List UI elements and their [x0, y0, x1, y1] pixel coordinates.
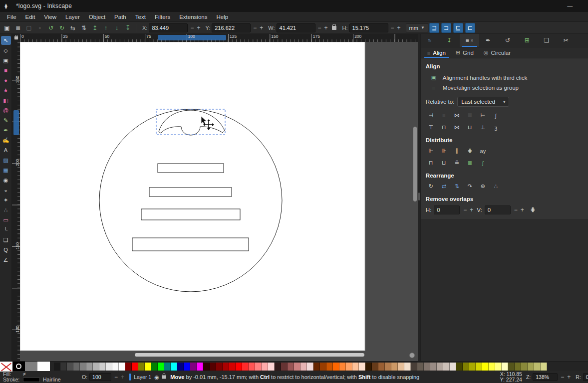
- fill-stroke-indicator[interactable]: Fill:≠ Stroke:Hairline: [3, 372, 78, 383]
- horizontal-scrollbar[interactable]: [135, 353, 364, 357]
- color-chip[interactable]: [145, 363, 151, 371]
- color-chip[interactable]: [151, 363, 158, 371]
- ruler-lock[interactable]: [12, 34, 20, 42]
- color-chip[interactable]: [365, 363, 372, 371]
- tool-button[interactable]: ✶: [1, 195, 11, 204]
- color-chip[interactable]: [359, 363, 365, 371]
- toolbar-button[interactable]: ▣: [2, 23, 12, 33]
- color-chip[interactable]: [132, 363, 138, 371]
- align-button[interactable]: ⋈: [452, 111, 462, 120]
- h-gap-increment[interactable]: +: [470, 206, 473, 213]
- color-chip[interactable]: [385, 363, 391, 371]
- v-gap-input[interactable]: 0: [485, 205, 511, 214]
- close-tab-icon[interactable]: ×: [470, 38, 473, 43]
- dock-tab[interactable]: ❏: [538, 34, 557, 47]
- color-chip[interactable]: [528, 363, 534, 371]
- rearrange-button[interactable]: ⊛: [478, 182, 488, 191]
- dock-resize-handle[interactable]: [418, 34, 420, 361]
- color-chip[interactable]: [190, 363, 197, 371]
- zoom-increment[interactable]: +: [567, 374, 571, 381]
- color-chip[interactable]: [54, 363, 60, 371]
- align-button[interactable]: ⊥: [478, 123, 488, 132]
- dock-tab[interactable]: ≡×: [460, 34, 479, 47]
- menu-item[interactable]: Layer: [61, 13, 84, 21]
- color-chip[interactable]: [223, 363, 229, 371]
- dock-tab[interactable]: ⊞: [518, 34, 538, 47]
- color-chip[interactable]: [391, 363, 398, 371]
- maximize-button[interactable]: [581, 0, 588, 12]
- color-chip[interactable]: [242, 363, 249, 371]
- color-chip[interactable]: [300, 363, 307, 371]
- align-button[interactable]: ⋈: [452, 123, 462, 132]
- color-chip[interactable]: [508, 363, 515, 371]
- rearrange-button[interactable]: ↷: [465, 182, 475, 191]
- tool-button[interactable]: ▦: [1, 166, 11, 175]
- color-chip[interactable]: [171, 363, 177, 371]
- v-gap-decrement[interactable]: −: [514, 206, 518, 213]
- color-chip[interactable]: [93, 363, 99, 371]
- tool-button[interactable]: ✎: [1, 116, 11, 125]
- rearrange-button[interactable]: ⇄: [439, 182, 449, 191]
- color-chip[interactable]: [73, 363, 80, 371]
- color-chip[interactable]: [378, 363, 385, 371]
- align-button[interactable]: ⊢: [478, 111, 488, 120]
- menu-item[interactable]: Help: [212, 13, 232, 21]
- color-chip[interactable]: [86, 363, 93, 371]
- no-color-swatch[interactable]: [0, 362, 12, 372]
- tool-button[interactable]: ◉: [1, 176, 11, 185]
- distribute-button[interactable]: ⊓: [426, 158, 436, 168]
- dock-tab[interactable]: ↧: [440, 34, 460, 47]
- color-chip[interactable]: [489, 363, 495, 371]
- distribute-button[interactable]: ≞: [452, 158, 462, 168]
- y-input[interactable]: 216.622: [212, 23, 251, 32]
- h-input[interactable]: 15.175: [349, 23, 388, 32]
- rearrange-button[interactable]: ⇅: [452, 182, 462, 191]
- color-chip[interactable]: [60, 363, 67, 371]
- h-decrement[interactable]: −: [391, 24, 394, 31]
- toolbar-button[interactable]: ↻: [57, 23, 67, 33]
- gray-swatch[interactable]: [25, 362, 37, 372]
- toolbar-button[interactable]: ↑: [101, 23, 111, 33]
- zoom-decrement[interactable]: −: [561, 374, 564, 381]
- distribute-button[interactable]: ay: [478, 146, 488, 156]
- align-button[interactable]: ʃ: [491, 111, 501, 120]
- color-chip[interactable]: [262, 363, 268, 371]
- tool-button[interactable]: ■: [1, 66, 11, 75]
- quick-snap-button[interactable]: ⊑: [453, 23, 463, 33]
- color-chip[interactable]: [184, 363, 190, 371]
- color-chip[interactable]: [119, 363, 125, 371]
- distribute-button[interactable]: ⋕: [465, 146, 475, 156]
- quick-snap-button[interactable]: ⊒: [429, 23, 439, 33]
- rotation-input[interactable]: 0.00°: [583, 373, 588, 381]
- distribute-button[interactable]: ⊩: [426, 146, 436, 156]
- toolbar-button[interactable]: ⇅: [79, 23, 89, 33]
- toolbar-button[interactable]: ≣: [13, 23, 23, 33]
- color-chip[interactable]: [352, 363, 359, 371]
- dock-tab[interactable]: ≈: [421, 34, 440, 47]
- align-subtab[interactable]: ≡Align: [423, 47, 450, 58]
- distribute-button[interactable]: ⊪: [439, 146, 449, 156]
- white-swatch[interactable]: [37, 362, 50, 372]
- color-chip[interactable]: [294, 363, 300, 371]
- rearrange-button[interactable]: ↻: [426, 182, 436, 191]
- color-chip[interactable]: [288, 363, 294, 371]
- color-chip[interactable]: [67, 363, 73, 371]
- color-chip[interactable]: [482, 363, 489, 371]
- color-chip[interactable]: [437, 363, 443, 371]
- tool-button[interactable]: └: [1, 225, 11, 234]
- opacity-input[interactable]: 100: [89, 373, 111, 381]
- color-chip[interactable]: [515, 363, 521, 371]
- alignment-handles-toggle[interactable]: ▣ Alignment handles with third click: [426, 72, 588, 83]
- menu-item[interactable]: Text: [131, 13, 150, 21]
- color-chip[interactable]: [138, 363, 145, 371]
- y-increment[interactable]: +: [260, 24, 263, 31]
- toolbar-button[interactable]: ↺: [46, 23, 56, 33]
- color-chip[interactable]: [268, 363, 275, 371]
- menu-item[interactable]: Object: [85, 13, 109, 21]
- toolbar-button[interactable]: ⇆: [68, 23, 78, 33]
- color-chip[interactable]: [372, 363, 378, 371]
- color-chip[interactable]: [456, 363, 463, 371]
- quick-snap-button[interactable]: ⊐: [441, 23, 451, 33]
- distribute-button[interactable]: ʃ: [478, 158, 488, 168]
- color-chip[interactable]: [502, 363, 508, 371]
